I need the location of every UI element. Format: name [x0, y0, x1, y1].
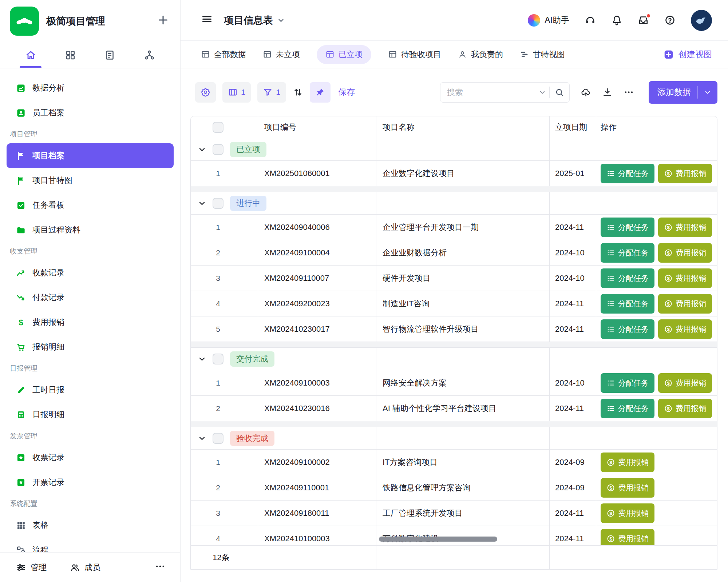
add-data-button[interactable]: 添加数据 — [649, 81, 717, 104]
cell-project-name[interactable]: 企业业财数据分析 — [376, 240, 550, 266]
cell-project-code[interactable]: XM202410230017 — [258, 316, 376, 342]
sidebar-item-14[interactable]: 日报明细 — [7, 402, 174, 427]
sidebar-item-9[interactable]: 付款记录 — [7, 285, 174, 310]
expense-claim-button[interactable]: $费用报销 — [601, 453, 654, 472]
cell-start-date[interactable]: 2024-11 — [550, 291, 596, 316]
table-row[interactable]: 2XM202409100004企业业财数据分析2024-10分配任务$费用报销 — [191, 240, 717, 266]
toolbar-more-button[interactable] — [624, 87, 634, 97]
expense-claim-button[interactable]: $费用报销 — [658, 164, 712, 183]
group-checkbox[interactable] — [213, 144, 223, 155]
expense-claim-button[interactable]: $费用报销 — [658, 373, 712, 393]
group-header-row[interactable]: 交付完成 — [191, 348, 717, 370]
column-header-name[interactable]: 项目名称 — [376, 116, 550, 138]
assign-task-button[interactable]: 分配任务 — [601, 218, 654, 237]
sidebar-item-13[interactable]: 工时日报 — [7, 378, 174, 402]
cell-project-code[interactable]: XM202409180011 — [258, 501, 376, 526]
save-button[interactable]: 保存 — [337, 87, 357, 98]
group-header-row[interactable]: 验收完成 — [191, 427, 717, 450]
search-icon[interactable] — [555, 88, 564, 97]
select-all-checkbox[interactable] — [213, 122, 223, 133]
table-row[interactable]: 4XM202409200023制造业IT咨询2024-11分配任务$费用报销 — [191, 291, 717, 316]
group-checkbox[interactable] — [213, 433, 223, 444]
group-header-row[interactable]: 已立项 — [191, 138, 717, 161]
cell-start-date[interactable]: 2025-01 — [550, 161, 596, 186]
sync-button[interactable] — [581, 87, 591, 97]
table-row[interactable]: 3XM202409110007硬件开发项目2024-10分配任务$费用报销 — [191, 266, 717, 291]
view-tab-1[interactable]: 未立项 — [263, 49, 300, 60]
sidebar-item-16[interactable]: 收票记录 — [7, 445, 174, 470]
cell-project-name[interactable]: IT方案咨询项目 — [376, 450, 550, 475]
sidebar-tab-docs[interactable] — [90, 42, 130, 68]
sidebar-item-0[interactable]: 数据分析 — [7, 76, 174, 100]
cell-start-date[interactable]: 2024-10 — [550, 240, 596, 266]
sidebar-item-1[interactable]: 员工档案 — [7, 100, 174, 125]
ai-assistant-button[interactable]: AI助手 — [528, 14, 569, 27]
table-row[interactable]: 5XM202410230017智行物流管理软件升级项目2024-11分配任务$费… — [191, 316, 717, 342]
cell-project-code[interactable]: XM202409110001 — [258, 475, 376, 501]
view-tab-3[interactable]: 待验收项目 — [388, 49, 441, 60]
inbox-button[interactable] — [638, 15, 649, 26]
table-row[interactable]: 1XM202501060001企业数字化建设项目2025-01分配任务$费用报销 — [191, 161, 717, 186]
cell-start-date[interactable]: 2024-09 — [550, 475, 596, 501]
table-row[interactable]: 1XM202409040006企业管理平台开发项目一期2024-11分配任务$费… — [191, 215, 717, 240]
add-workspace-button[interactable] — [157, 14, 169, 28]
search-input[interactable] — [447, 88, 538, 97]
field-config-button[interactable]: 1 — [222, 82, 251, 103]
cell-project-code[interactable]: XM202409200023 — [258, 291, 376, 316]
pin-button[interactable] — [310, 82, 331, 103]
assign-task-button[interactable]: 分配任务 — [601, 319, 654, 339]
expense-claim-button[interactable]: $费用报销 — [658, 268, 712, 288]
cell-project-code[interactable]: XM202409110007 — [258, 266, 376, 291]
cell-start-date[interactable]: 2024-11 — [550, 215, 596, 240]
chevron-down-icon[interactable] — [538, 88, 546, 96]
view-tab-4[interactable]: 我负责的 — [458, 49, 503, 60]
group-header-row[interactable]: 进行中 — [191, 192, 717, 215]
sidebar-item-4[interactable]: 项目甘特图 — [7, 168, 174, 193]
support-button[interactable] — [585, 15, 596, 26]
cell-start-date[interactable]: 2024-09 — [550, 450, 596, 475]
assign-task-button[interactable]: 分配任务 — [601, 268, 654, 288]
cell-project-name[interactable]: 网络安全解决方案 — [376, 370, 550, 396]
notifications-button[interactable] — [611, 15, 622, 26]
expense-claim-button[interactable]: $费用报销 — [601, 503, 654, 523]
cell-project-code[interactable]: XM202501060001 — [258, 161, 376, 186]
cell-start-date[interactable]: 2024-11 — [550, 501, 596, 526]
expense-claim-button[interactable]: $费用报销 — [658, 294, 712, 314]
cell-project-name[interactable]: AI 辅助个性化学习平台建设项目 — [376, 396, 550, 421]
cell-start-date[interactable]: 2024-11 — [550, 396, 596, 421]
assign-task-button[interactable]: 分配任务 — [601, 399, 654, 418]
cell-start-date[interactable]: 2024-11 — [550, 316, 596, 342]
expense-claim-button[interactable]: $费用报销 — [658, 399, 712, 418]
table-row[interactable]: 2XM202409110001铁路信息化管理方案咨询2024-09$费用报销 — [191, 475, 717, 501]
assign-task-button[interactable]: 分配任务 — [601, 373, 654, 393]
assign-task-button[interactable]: 分配任务 — [601, 243, 654, 263]
table-row[interactable]: 1XM202409100003网络安全解决方案2024-10分配任务$费用报销 — [191, 370, 717, 396]
column-header-date[interactable]: 立项日期 — [550, 116, 596, 138]
cell-project-name[interactable]: 工厂管理系统开发项目 — [376, 501, 550, 526]
sidebar-item-8[interactable]: 收款记录 — [7, 260, 174, 285]
cell-project-code[interactable]: XM202409100003 — [258, 370, 376, 396]
sidebar-tab-grid[interactable] — [51, 42, 90, 68]
sidebar-item-3[interactable]: 项目档案 — [7, 143, 174, 168]
cell-project-name[interactable]: 制造业IT咨询 — [376, 291, 550, 316]
cell-project-name[interactable]: 企业数字化建设项目 — [376, 161, 550, 186]
group-checkbox[interactable] — [213, 354, 223, 364]
collapse-sidebar-button[interactable] — [201, 13, 213, 27]
column-header-code[interactable]: 项目编号 — [258, 116, 376, 138]
members-button[interactable]: 成员 — [70, 562, 100, 573]
sidebar-item-5[interactable]: 任务看板 — [7, 193, 174, 218]
assign-task-button[interactable]: 分配任务 — [601, 164, 654, 183]
sidebar-item-10[interactable]: $费用报销 — [7, 310, 174, 335]
sidebar-tab-flow[interactable] — [130, 42, 169, 68]
cell-start-date[interactable]: 2024-10 — [550, 266, 596, 291]
download-button[interactable] — [602, 87, 613, 97]
search-box[interactable] — [440, 82, 570, 103]
cell-project-code[interactable]: XM202409100004 — [258, 240, 376, 266]
help-button[interactable] — [664, 15, 676, 26]
expense-claim-button[interactable]: $费用报销 — [658, 218, 712, 237]
view-tab-2[interactable]: 已立项 — [317, 45, 371, 64]
table-title-dropdown[interactable]: 项目信息表 — [224, 14, 285, 27]
sidebar-item-11[interactable]: 报销明细 — [7, 335, 174, 359]
sidebar-item-20[interactable]: 流程 — [7, 538, 174, 552]
cell-project-name[interactable]: 智行物流管理软件升级项目 — [376, 316, 550, 342]
